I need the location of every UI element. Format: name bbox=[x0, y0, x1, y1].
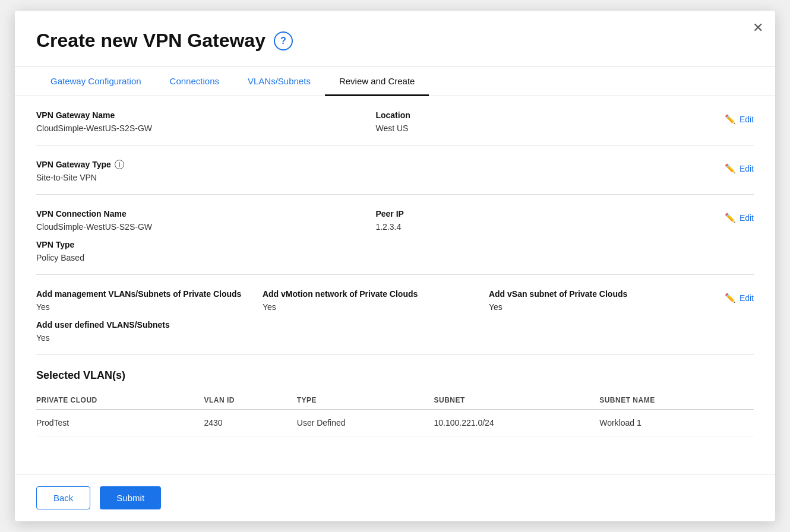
peer-ip-group: Peer IP 1.2.3.4 bbox=[375, 209, 715, 232]
gateway-name-label: VPN Gateway Name bbox=[36, 110, 375, 120]
tab-gateway-configuration[interactable]: Gateway Configuration bbox=[36, 66, 156, 96]
location-value: West US bbox=[375, 124, 715, 133]
col-subnet-name: SUBNET NAME bbox=[599, 391, 754, 410]
vlan-table-body: ProdTest 2430 User Defined 10.100.221.0/… bbox=[36, 410, 754, 436]
gateway-type-section: VPN Gateway Type i Site-to-Site VPN ✏️ E… bbox=[36, 145, 754, 195]
info-icon[interactable]: i bbox=[115, 160, 124, 169]
cell-subnet-name: Workload 1 bbox=[599, 410, 754, 436]
mgmt-vlan-value: Yes bbox=[36, 302, 263, 312]
tab-connections[interactable]: Connections bbox=[156, 66, 233, 96]
section-inner: VPN Gateway Name CloudSimple-WestUS-S2S-… bbox=[36, 110, 754, 133]
gateway-type-value: Site-to-Site VPN bbox=[36, 173, 715, 182]
connection-edit-button[interactable]: ✏️ Edit bbox=[715, 213, 754, 223]
vsan-group: Add vSan subnet of Private Clouds Yes bbox=[489, 289, 715, 312]
type-edit-action: ✏️ Edit bbox=[715, 160, 754, 174]
close-button[interactable]: ✕ bbox=[753, 21, 763, 34]
conn-name-label: VPN Connection Name bbox=[36, 209, 375, 218]
peer-ip-value: 1.2.3.4 bbox=[375, 222, 715, 232]
conn-edit-label: Edit bbox=[740, 213, 754, 223]
vlan-three-col: Add management VLANs/Subnets of Private … bbox=[36, 289, 715, 312]
vlan-edit-label: Edit bbox=[740, 293, 754, 303]
peer-ip-label: Peer IP bbox=[375, 209, 715, 218]
vmotion-label: Add vMotion network of Private Clouds bbox=[263, 289, 489, 299]
section-content-conn: VPN Connection Name CloudSimple-WestUS-S… bbox=[36, 209, 715, 262]
cell-private-cloud: ProdTest bbox=[36, 410, 204, 436]
vlan-config-section: Add management VLANs/Subnets of Private … bbox=[36, 275, 754, 355]
user-defined-label: Add user defined VLANS/Subnets bbox=[36, 320, 715, 330]
mgmt-vlan-label: Add management VLANs/Subnets of Private … bbox=[36, 289, 263, 299]
section-inner-vlan: Add management VLANs/Subnets of Private … bbox=[36, 289, 754, 343]
modal-body: VPN Gateway Name CloudSimple-WestUS-S2S-… bbox=[15, 96, 775, 474]
type-edit-label: Edit bbox=[740, 164, 754, 173]
conn-edit-action: ✏️ Edit bbox=[715, 209, 754, 223]
gateway-name-section: VPN Gateway Name CloudSimple-WestUS-S2S-… bbox=[36, 96, 754, 145]
title-row: Create new VPN Gateway ? bbox=[36, 30, 754, 52]
section-inner-type: VPN Gateway Type i Site-to-Site VPN ✏️ E… bbox=[36, 160, 754, 182]
section-inner-conn: VPN Connection Name CloudSimple-WestUS-S… bbox=[36, 209, 754, 262]
pencil-icon: ✏️ bbox=[725, 114, 736, 125]
cell-type: User Defined bbox=[297, 410, 434, 436]
gateway-type-label: VPN Gateway Type i bbox=[36, 160, 715, 169]
gateway-name-row: VPN Gateway Name CloudSimple-WestUS-S2S-… bbox=[36, 110, 715, 133]
col-type: TYPE bbox=[297, 391, 434, 410]
pencil-icon-conn: ✏️ bbox=[725, 213, 736, 223]
gateway-edit-button[interactable]: ✏️ Edit bbox=[715, 114, 754, 125]
vlan-table-header: PRIVATE CLOUD VLAN ID TYPE SUBNET SUBNET… bbox=[36, 391, 754, 410]
gateway-name-value: CloudSimple-WestUS-S2S-GW bbox=[36, 124, 375, 133]
vlan-table: PRIVATE CLOUD VLAN ID TYPE SUBNET SUBNET… bbox=[36, 391, 754, 436]
tab-review-create[interactable]: Review and Create bbox=[325, 66, 429, 96]
vsan-value: Yes bbox=[489, 302, 715, 312]
gateway-name-group: VPN Gateway Name CloudSimple-WestUS-S2S-… bbox=[36, 110, 375, 133]
gateway-edit-action: ✏️ Edit bbox=[715, 110, 754, 125]
connection-section: VPN Connection Name CloudSimple-WestUS-S… bbox=[36, 195, 754, 275]
tab-vlans-subnets[interactable]: VLANs/Subnets bbox=[233, 66, 325, 96]
connection-name-row: VPN Connection Name CloudSimple-WestUS-S… bbox=[36, 209, 715, 232]
modal-header: Create new VPN Gateway ? bbox=[15, 11, 775, 66]
vpn-type-value: Policy Based bbox=[36, 253, 715, 262]
pencil-icon-vlan: ✏️ bbox=[725, 293, 736, 303]
vlan-table-title: Selected VLAN(s) bbox=[36, 369, 754, 382]
conn-name-value: CloudSimple-WestUS-S2S-GW bbox=[36, 222, 375, 232]
vmotion-group: Add vMotion network of Private Clouds Ye… bbox=[263, 289, 489, 312]
mgmt-vlan-group: Add management VLANs/Subnets of Private … bbox=[36, 289, 263, 312]
table-row: ProdTest 2430 User Defined 10.100.221.0/… bbox=[36, 410, 754, 436]
back-button[interactable]: Back bbox=[36, 486, 90, 509]
submit-button[interactable]: Submit bbox=[100, 486, 161, 509]
conn-name-group: VPN Connection Name CloudSimple-WestUS-S… bbox=[36, 209, 375, 232]
gateway-edit-label: Edit bbox=[740, 115, 754, 124]
section-content-type: VPN Gateway Type i Site-to-Site VPN bbox=[36, 160, 715, 182]
vlan-edit-button[interactable]: ✏️ Edit bbox=[715, 293, 754, 303]
section-content-vlan: Add management VLANs/Subnets of Private … bbox=[36, 289, 715, 343]
user-defined-value: Yes bbox=[36, 333, 715, 343]
location-group: Location West US bbox=[375, 110, 715, 133]
section-content: VPN Gateway Name CloudSimple-WestUS-S2S-… bbox=[36, 110, 715, 133]
modal-title: Create new VPN Gateway bbox=[36, 30, 266, 52]
cell-vlan-id: 2430 bbox=[204, 410, 296, 436]
cell-subnet: 10.100.221.0/24 bbox=[434, 410, 599, 436]
modal-footer: Back Submit bbox=[15, 474, 775, 521]
modal-container: ✕ Create new VPN Gateway ? Gateway Confi… bbox=[15, 11, 775, 521]
vmotion-value: Yes bbox=[263, 302, 489, 312]
gateway-type-edit-button[interactable]: ✏️ Edit bbox=[715, 163, 754, 174]
location-label: Location bbox=[375, 110, 715, 120]
vpn-type-label: VPN Type bbox=[36, 240, 715, 249]
vsan-label: Add vSan subnet of Private Clouds bbox=[489, 289, 715, 299]
pencil-icon-type: ✏️ bbox=[725, 163, 736, 174]
col-subnet: SUBNET bbox=[434, 391, 599, 410]
selected-vlans-section: Selected VLAN(s) PRIVATE CLOUD VLAN ID T… bbox=[36, 355, 754, 446]
user-defined-group: Add user defined VLANS/Subnets Yes bbox=[36, 320, 715, 343]
col-private-cloud: PRIVATE CLOUD bbox=[36, 391, 204, 410]
vpn-type-group: VPN Type Policy Based bbox=[36, 240, 715, 262]
help-icon[interactable]: ? bbox=[274, 31, 293, 50]
vlan-edit-action: ✏️ Edit bbox=[715, 289, 754, 303]
col-vlan-id: VLAN ID bbox=[204, 391, 296, 410]
tabs-row: Gateway Configuration Connections VLANs/… bbox=[15, 66, 775, 96]
